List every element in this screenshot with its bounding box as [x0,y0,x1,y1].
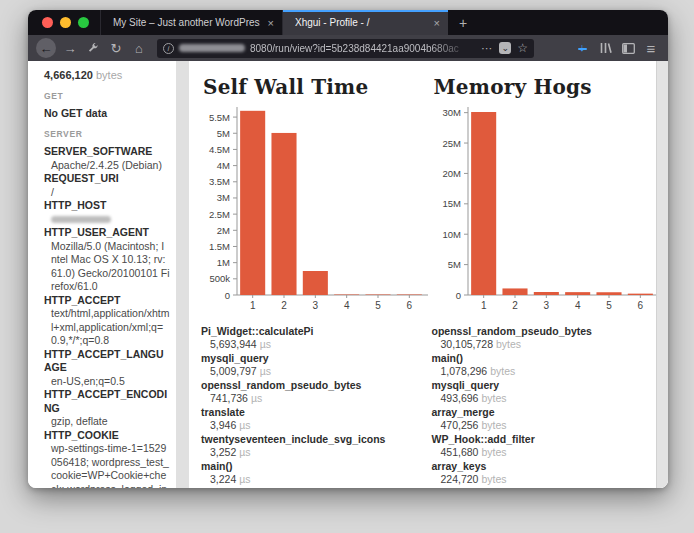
library-icon[interactable] [596,39,614,57]
minimize-window-button[interactable] [60,17,71,28]
url-bar-actions: ⋯ ⌄ ☆ [481,41,528,55]
function-name-link[interactable]: openssl_random_pseudo_bytes [432,325,655,338]
wrench-icon[interactable] [84,39,102,57]
function-name-link[interactable]: WP_Hook::add_filter [432,433,655,446]
chart-bar[interactable] [240,111,265,295]
tab-xhgui-profile[interactable]: Xhgui - Profile - / × [282,10,448,35]
tab-close-icon[interactable]: × [268,17,274,29]
y-tick-label: 5M [447,259,460,270]
memory-hogs-column: Memory Hogs 05M10M15M20M25M30M123456 ope… [432,75,655,488]
downloads-icon[interactable]: ↓ [573,39,591,57]
self-wall-time-list: Pi_Widget::calculatePi5,693,944 µsmysqli… [201,325,424,485]
profile-details-sidebar: 4,666,120 bytes GET No GET data SERVER S… [28,61,176,488]
profile-list-item: array_merge470,256 bytes [432,406,655,431]
chart-bar[interactable] [627,294,652,295]
function-value: 224,720 bytes [432,473,655,486]
function-name-link[interactable]: twentyseventeen_include_svg_icons [201,433,424,446]
chart-title-self-wall-time: Self Wall Time [203,75,424,99]
function-name-link[interactable]: mysqli_query [201,352,424,365]
chart-bar[interactable] [565,292,590,295]
y-tick-label: 3.5M [209,176,230,187]
y-tick-label: 2M [217,225,230,236]
x-tick-label: 5 [375,300,381,311]
server-section-header: SERVER [44,129,170,139]
chart-bar[interactable] [502,288,527,295]
chart-bar[interactable] [303,271,328,295]
tab-title: Xhgui - Profile - / [295,17,426,28]
chart-bar[interactable] [334,295,359,296]
url-text: 8080/run/view?id=5b238d84421aa9004b680ac [250,43,476,54]
redacted-value [51,216,111,223]
profile-list-item: twentyseventeen_include_svg_icons3,252 µ… [201,433,424,458]
menu-icon[interactable]: ≡ [642,39,660,57]
y-tick-label: 4.5M [209,144,230,155]
memory-total: 4,666,120 bytes [44,69,170,81]
function-value: 3,252 µs [201,446,424,459]
x-tick-label: 1 [480,300,486,311]
tab-close-icon[interactable]: × [434,17,440,29]
y-tick-label: 0 [455,290,460,301]
page-actions-icon[interactable]: ⋯ [481,42,493,55]
scrollbar-track[interactable] [656,61,668,488]
new-tab-button[interactable]: + [448,10,478,35]
profile-list-item: mysqli_query5,009,797 µs [201,352,424,377]
y-tick-label: 3M [217,192,230,203]
x-tick-label: 2 [281,300,287,311]
no-get-data-message: No GET data [44,107,170,119]
window-controls [28,10,100,35]
function-name-link[interactable]: array_keys [432,460,655,473]
y-tick-label: 500k [209,273,230,284]
function-name-link[interactable]: main() [432,352,655,365]
profile-list-item: main()1,078,296 bytes [432,352,655,377]
bookmark-star-icon[interactable]: ☆ [517,41,528,55]
site-info-icon[interactable]: i [163,43,174,54]
function-name-link[interactable]: Pi_Widget::calculatePi [201,325,424,338]
tab-my-site[interactable]: My Site – Just another WordPress s × [100,10,282,35]
zoom-window-button[interactable] [78,17,89,28]
close-window-button[interactable] [42,17,53,28]
chart-bar[interactable] [533,292,558,295]
page-content: 4,666,120 bytes GET No GET data SERVER S… [28,61,668,488]
y-tick-label: 25M [442,138,461,149]
chart-bar[interactable] [471,112,496,295]
x-tick-label: 4 [344,300,350,311]
function-name-link[interactable]: openssl_random_pseudo_bytes [201,379,424,392]
home-button[interactable]: ⌂ [130,39,148,57]
function-name-link[interactable]: array_merge [432,406,655,419]
function-name-link[interactable]: mysqli_query [432,379,655,392]
y-tick-label: 1M [217,257,230,268]
server-entry-value: / [44,186,170,200]
back-button[interactable]: ← [36,38,56,58]
url-bar[interactable]: i 8080/run/view?id=5b238d84421aa9004b680… [157,39,534,58]
chart-bar[interactable] [271,133,296,295]
pocket-icon[interactable]: ⌄ [499,42,511,54]
x-tick-label: 2 [512,300,518,311]
reload-button[interactable]: ↻ [107,39,125,57]
server-entry-value [44,213,170,227]
x-tick-label: 6 [637,300,643,311]
server-entry-key: HTTP_COOKIE [44,429,170,443]
x-tick-label: 3 [313,300,319,311]
profile-list-item: openssl_random_pseudo_bytes30,105,728 by… [432,325,655,350]
profile-list-item: openssl_random_pseudo_bytes741,736 µs [201,379,424,404]
profile-list-item: WP_Hook::add_filter451,680 bytes [432,433,655,458]
charts-area: Self Wall Time 0500k1M1.5M2M2.5M3M3.5M4M… [189,61,656,488]
function-name-link[interactable]: translate [201,406,424,419]
browser-window: My Site – Just another WordPress s × Xhg… [28,10,668,488]
chart-bar[interactable] [397,295,422,296]
function-name-link[interactable]: main() [201,460,424,473]
profile-list-item: translate3,946 µs [201,406,424,431]
self-wall-time-column: Self Wall Time 0500k1M1.5M2M2.5M3M3.5M4M… [201,75,424,488]
forward-button[interactable]: → [61,39,79,57]
y-tick-label: 0 [225,290,230,301]
chart-bar[interactable] [365,295,390,296]
function-value: 5,693,944 µs [201,338,424,351]
server-entry-key: HTTP_ACCEPT_ENCODING [44,388,170,415]
server-entry-value: gzip, deflate [44,415,170,429]
sidebar-toggle-icon[interactable] [619,39,637,57]
server-entry-value: Mozilla/5.0 (Macintosh; Intel Mac OS X 1… [44,240,170,294]
memory-hogs-chart: 05M10M15M20M25M30M123456 [432,103,660,315]
function-value: 470,256 bytes [432,419,655,432]
server-entry-key: SERVER_SOFTWARE [44,145,170,159]
chart-bar[interactable] [596,292,621,295]
